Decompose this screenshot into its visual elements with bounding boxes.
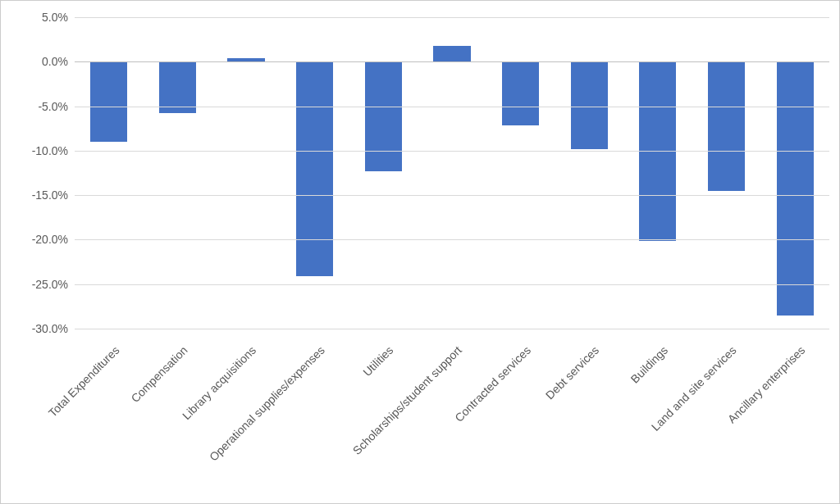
y-tick-label: -20.0%: [2, 233, 68, 246]
gridline: [75, 284, 829, 285]
x-tick-label: Ancillary enterprises: [725, 343, 807, 425]
gridline: [75, 107, 829, 107]
bar-slot: [692, 17, 761, 329]
bar-slot: [760, 17, 829, 329]
x-tick-label: Total Expenditures: [45, 343, 121, 420]
bar-slot: [212, 17, 281, 329]
x-tick-label: Utilities: [360, 343, 395, 379]
gridline: [75, 239, 829, 240]
plot-area: 5.0%0.0%-5.0%-10.0%-15.0%-20.0%-25.0%-30…: [75, 17, 829, 329]
gridline: [75, 329, 829, 329]
gridline: [75, 61, 829, 62]
bar-slot: [418, 17, 486, 329]
y-tick-label: -30.0%: [2, 322, 68, 335]
x-tick-label: Library acquisitions: [180, 343, 258, 422]
y-tick-label: -15.0%: [2, 188, 68, 202]
bar-slot: [555, 17, 623, 329]
y-tick-label: -5.0%: [2, 100, 68, 113]
x-tick-label: Buildings: [628, 343, 670, 385]
bar: [571, 61, 608, 148]
bar: [365, 61, 402, 171]
bar-slot: [623, 17, 692, 329]
x-tick-label: Contracted services: [452, 343, 533, 425]
bar-slot: [486, 17, 555, 329]
y-tick-label: 5.0%: [2, 11, 68, 24]
y-tick-label: -25.0%: [2, 278, 68, 291]
y-tick-label: 0.0%: [2, 55, 68, 68]
x-tick-label: Scholarships/student support: [350, 343, 464, 457]
bars-layer: [75, 17, 829, 329]
x-tick-label: Debt services: [543, 343, 601, 402]
bar-slot: [349, 17, 418, 329]
x-tick-label: Operational supplies/expenses: [207, 343, 327, 464]
bar-slot: [75, 17, 144, 329]
gridline: [75, 151, 829, 152]
bar: [777, 61, 814, 315]
x-tick-label: Compensation: [129, 343, 190, 405]
bar: [502, 61, 539, 125]
bar: [433, 46, 470, 62]
gridline: [75, 195, 829, 196]
x-axis-labels: Total ExpendituresCompensationLibrary ac…: [75, 337, 829, 501]
bar: [708, 61, 745, 190]
gridline: [75, 17, 829, 18]
y-tick-label: -10.0%: [2, 144, 68, 157]
chart-container: 5.0%0.0%-5.0%-10.0%-15.0%-20.0%-25.0%-30…: [0, 0, 840, 504]
bar: [296, 61, 333, 276]
bar-slot: [281, 17, 349, 329]
bar: [90, 61, 127, 142]
bar-slot: [144, 17, 212, 329]
